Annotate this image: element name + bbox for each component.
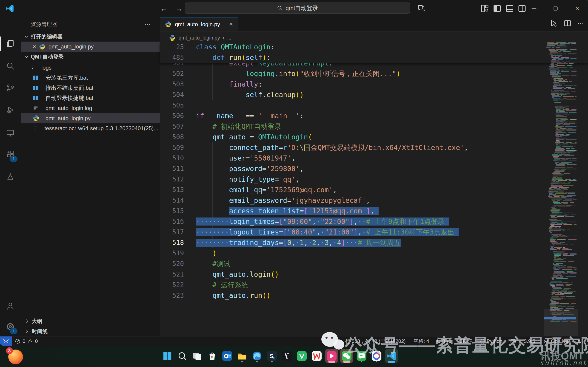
testing-icon[interactable] xyxy=(0,167,21,186)
back-arrow-icon[interactable]: ← xyxy=(156,4,171,13)
open-editors-header[interactable]: 打开的编辑器 xyxy=(21,32,160,42)
history-nav: ←→ xyxy=(156,0,187,17)
forward-arrow-icon[interactable]: → xyxy=(171,4,187,13)
code-line: 25class QMTAutoLogin: xyxy=(160,42,588,52)
tree-item[interactable]: qmt_auto_login.log xyxy=(21,103,160,113)
open-editor-item[interactable]: × qmt_auto_login.py xyxy=(21,42,160,52)
chevron-right-icon xyxy=(24,329,29,334)
code-line: 517········logout_times=["08:40",·"21:00… xyxy=(160,227,588,237)
python-file-icon xyxy=(165,21,172,28)
tab-label: qmt_auto_login.py xyxy=(175,21,220,28)
explorer-more-icon[interactable]: ··· xyxy=(145,21,151,28)
editor-group: 501 except KeyboardInterrupt:502 logging… xyxy=(160,17,588,336)
outline-section[interactable]: 大纲 xyxy=(21,316,160,326)
taskbar-file-explorer-icon[interactable] xyxy=(236,349,248,363)
toggle-panel-icon[interactable] xyxy=(505,4,514,13)
code-line: 503 finally: xyxy=(160,79,588,90)
tree-item[interactable]: qmt_auto_login.py xyxy=(21,113,160,123)
warning-icon xyxy=(27,338,33,344)
taskbar-app-green-icon[interactable] xyxy=(295,349,308,363)
tab-close-icon[interactable]: × xyxy=(229,21,233,28)
close-button[interactable]: × xyxy=(566,0,588,17)
tree-item[interactable]: 自动登录快捷键.bat xyxy=(21,93,160,103)
toggle-sidebar-icon[interactable] xyxy=(493,4,502,13)
code-line: 521 qmt_auto.login() xyxy=(160,269,588,280)
tree-item[interactable]: tesseract-ocr-w64-setup-5.3.1.20230401(2… xyxy=(21,123,160,133)
svg-text:AI: AI xyxy=(273,357,275,360)
search-icon[interactable] xyxy=(0,56,21,76)
code-line: 511 password='259800', xyxy=(160,164,588,174)
taskbar-start-icon[interactable] xyxy=(161,349,174,363)
customize-layout-icon[interactable] xyxy=(480,4,489,13)
timeline-section[interactable]: 时间线 xyxy=(21,326,160,336)
desktop-app-icon[interactable]: 3 xyxy=(7,348,24,365)
code-line: 508 qmt_auto = QMTAutoLogin( xyxy=(160,132,588,142)
sticky-scroll: 25class QMTAutoLogin:485 def run(self): xyxy=(160,42,588,63)
explorer-title: 资源管理器 xyxy=(31,21,145,28)
settings-icon[interactable]: 1 xyxy=(0,317,21,336)
minimap[interactable] xyxy=(544,42,578,336)
chevron-right-icon xyxy=(30,65,35,70)
extensions-icon[interactable]: 1 xyxy=(0,144,21,164)
remote-explorer-icon[interactable] xyxy=(0,123,21,143)
windows-file-icon xyxy=(33,85,39,91)
chevron-down-icon xyxy=(24,34,29,39)
split-editor-icon[interactable] xyxy=(564,19,571,27)
python-file-icon xyxy=(169,34,176,41)
code-line: 516········login_times=["09:00",·"22:00"… xyxy=(160,216,588,227)
logfile-file-icon xyxy=(33,105,39,111)
chevron-right-icon xyxy=(24,318,29,324)
remote-indicator[interactable] xyxy=(0,336,12,346)
taskbar-store-icon[interactable] xyxy=(206,349,219,363)
minimize-button[interactable]: ─ xyxy=(523,0,545,17)
close-icon[interactable]: × xyxy=(33,43,36,50)
tree-item[interactable]: 安装第三方库.bat xyxy=(21,73,160,83)
code-line: 513 email_qq='1752569@qq.com', xyxy=(160,185,588,195)
wechat-watermark-icon xyxy=(321,330,347,356)
code-line: 523 qmt_auto.run() xyxy=(160,290,588,301)
windows-file-icon xyxy=(33,95,39,101)
files-icon[interactable] xyxy=(0,34,21,53)
editor-more-icon[interactable]: ··· xyxy=(577,19,584,27)
taskbar-legion-icon[interactable] xyxy=(281,349,293,363)
code-line: 518········trading_days=[0,·1,·2,·3,·4]·… xyxy=(160,237,588,248)
code-line: 505 xyxy=(160,100,588,111)
problems-status[interactable]: 0 0 xyxy=(15,336,38,346)
code-line: 515 access_token_list=['12153@qq.com'], xyxy=(160,206,588,216)
copilot-icon[interactable] xyxy=(417,4,426,13)
windows-file-icon xyxy=(33,75,39,81)
text-cursor xyxy=(401,238,401,247)
code-area[interactable]: 501 except KeyboardInterrupt:502 logging… xyxy=(160,17,588,336)
code-line: 522 # 运行系统 xyxy=(160,280,588,290)
taskbar-outlook-icon[interactable] xyxy=(221,349,234,363)
error-icon xyxy=(15,338,21,344)
badge: 1 xyxy=(10,328,17,334)
python-file-icon xyxy=(33,115,40,122)
tree-item[interactable]: 推出不结束桌面.bat xyxy=(21,83,160,93)
tab-qmt-auto-login[interactable]: qmt_auto_login.py × xyxy=(160,17,238,31)
maximize-button[interactable] xyxy=(545,0,566,17)
logfile-file-icon xyxy=(33,125,39,131)
activity-bar: 11 xyxy=(0,17,21,336)
code-line: 506if __name__ == '__main__': xyxy=(160,111,588,121)
tree-item[interactable]: logs xyxy=(21,63,160,73)
command-center-search[interactable]: qmt自动登录 xyxy=(185,2,410,14)
vscode-logo-icon xyxy=(6,4,14,14)
code-line: 502 logging.info("收到中断信号，正在关闭...") xyxy=(160,68,588,79)
run-button-icon[interactable] xyxy=(549,19,558,27)
source-control-icon[interactable] xyxy=(0,78,21,98)
taskbar-task-view-icon[interactable] xyxy=(191,349,204,363)
breadcrumb[interactable]: qmt_auto_login.py › ... xyxy=(169,33,231,42)
taskbar-edge-icon[interactable] xyxy=(251,349,264,363)
watermark-site: xuntou.net xyxy=(540,359,587,367)
code-line: 510 user='55001947', xyxy=(160,153,588,164)
workspace-folder-header[interactable]: QMT自动登录 xyxy=(21,52,160,62)
notification-badge: 3 xyxy=(6,347,13,354)
python-file-icon xyxy=(39,43,46,50)
account-icon[interactable] xyxy=(0,296,21,316)
taskbar-ai-assistant-icon[interactable]: SAI xyxy=(265,349,278,363)
run-debug-icon[interactable] xyxy=(0,100,21,120)
code-line: 507 # 初始化QMT自动登录 xyxy=(160,121,588,132)
taskbar-search-icon[interactable] xyxy=(176,349,189,363)
badge: 1 xyxy=(10,156,17,162)
